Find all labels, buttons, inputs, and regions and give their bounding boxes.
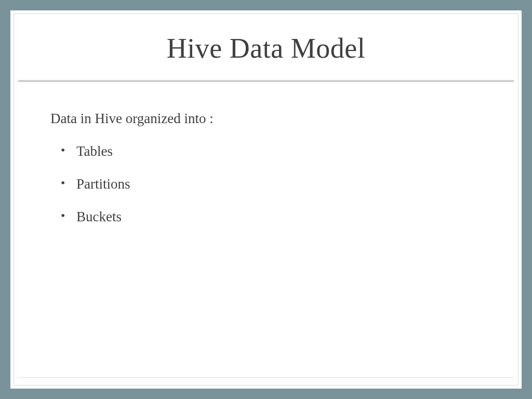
bullet-list: Tables Partitions Buckets [50,143,482,225]
intro-text: Data in Hive organized into : [50,111,482,127]
list-item: Tables [61,143,482,159]
slide-title: Hive Data Model [24,32,508,64]
title-section: Hive Data Model [14,14,518,80]
slide-border: Hive Data Model Data in Hive organized i… [14,14,518,385]
list-item: Partitions [61,176,482,192]
content-section: Data in Hive organized into : Tables Par… [14,82,518,377]
slide-container: Hive Data Model Data in Hive organized i… [10,10,522,389]
list-item: Buckets [61,209,482,225]
footer-divider [18,377,514,378]
